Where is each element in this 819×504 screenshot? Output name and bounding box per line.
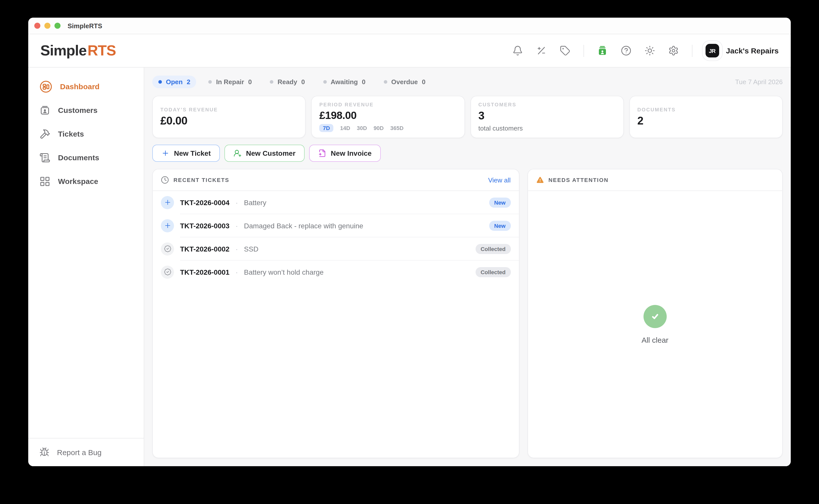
status-filter-open[interactable]: Open 2 — [152, 76, 196, 88]
dashboard-icon — [39, 80, 52, 93]
titlebar: SimpleRTS — [28, 18, 791, 34]
dashboard-panels: RECENT TICKETS View all TKT-2026-0004 · … — [152, 169, 783, 458]
period-option-7d[interactable]: 7D — [319, 124, 333, 132]
close-window-button[interactable] — [34, 23, 40, 29]
sidebar-item-label: Documents — [58, 153, 99, 162]
adjustments-plus-minus-icon[interactable] — [536, 45, 547, 56]
period-revenue-card: PERIOD REVENUE £198.00 7D 14D 30D 90D 36… — [311, 96, 465, 138]
separator: · — [235, 268, 238, 276]
header-divider — [692, 45, 692, 57]
period-option-90d[interactable]: 90D — [373, 125, 383, 131]
recent-tickets-panel: RECENT TICKETS View all TKT-2026-0004 · … — [152, 169, 519, 458]
ticket-row[interactable]: TKT-2026-0004 · Battery New — [153, 191, 519, 214]
ticket-collected-icon — [161, 265, 174, 278]
tag-icon[interactable] — [560, 45, 570, 56]
bug-icon — [39, 447, 49, 457]
status-filter-in-repair[interactable]: In Repair 0 — [202, 76, 258, 88]
status-count: 0 — [362, 78, 365, 86]
needs-attention-header: NEEDS ATTENTION — [528, 169, 782, 191]
recent-tickets-list: TKT-2026-0004 · Battery New TKT-2026-000… — [153, 191, 519, 458]
status-count: 2 — [187, 78, 190, 86]
ticket-description: SSD — [244, 245, 258, 253]
traffic-lights — [34, 23, 60, 29]
all-clear-label: All clear — [642, 335, 669, 344]
sidebar-item-workspace[interactable]: Workspace — [28, 169, 144, 193]
status-filter-awaiting[interactable]: Awaiting 0 — [317, 76, 371, 88]
status-filter-row: Open 2 In Repair 0 Ready 0 Awaiting 0 — [152, 75, 783, 89]
settings-gear-icon[interactable] — [668, 45, 679, 56]
zoom-window-button[interactable] — [54, 23, 60, 29]
logo-text-accent: RTS — [87, 42, 116, 59]
sidebar-item-documents[interactable]: Documents — [28, 146, 144, 169]
ticket-description: Battery won’t hold charge — [244, 268, 323, 276]
new-invoice-label: New Invoice — [331, 149, 372, 157]
ticket-collected-icon — [161, 242, 174, 255]
period-option-30d[interactable]: 30D — [357, 125, 367, 131]
dashboard-main: Open 2 In Repair 0 Ready 0 Awaiting 0 — [144, 68, 791, 466]
ticket-id: TKT-2026-0001 — [180, 268, 229, 276]
card-label: DOCUMENTS — [638, 107, 775, 112]
sidebar: Dashboard Customers Tickets Documents Wo… — [28, 68, 144, 466]
ticket-status-badge: Collected — [476, 244, 511, 254]
recent-tickets-title: RECENT TICKETS — [161, 176, 229, 184]
status-count: 0 — [301, 78, 305, 86]
panel-title-text: NEEDS ATTENTION — [549, 177, 609, 183]
ticket-row[interactable]: TKT-2026-0002 · SSD Collected — [153, 237, 519, 260]
status-filter-overdue[interactable]: Overdue 0 — [378, 76, 432, 88]
quick-actions: New Ticket New Customer New Invoice — [152, 145, 783, 162]
sidebar-item-dashboard[interactable]: Dashboard — [28, 75, 144, 98]
separator: · — [235, 245, 238, 253]
sidebar-item-label: Tickets — [58, 130, 84, 138]
status-count: 0 — [248, 78, 252, 86]
logo-text-primary: Simple — [40, 42, 86, 59]
header-actions: JR Jack's Repairs — [512, 44, 779, 57]
new-invoice-button[interactable]: New Invoice — [309, 145, 381, 162]
ticket-description: Battery — [244, 198, 266, 206]
minimize-window-button[interactable] — [44, 23, 50, 29]
hammer-icon — [39, 128, 50, 139]
app-header: Simple RTS — [28, 34, 791, 68]
account-menu[interactable]: JR Jack's Repairs — [705, 44, 779, 57]
avatar: JR — [705, 44, 719, 57]
stat-cards: TODAY’S REVENUE £0.00 PERIOD REVENUE £19… — [152, 96, 783, 138]
scroll-icon — [39, 152, 50, 163]
notifications-bell-icon[interactable] — [512, 45, 523, 56]
todays-revenue-value: £0.00 — [160, 114, 298, 127]
theme-sun-icon[interactable] — [644, 45, 655, 56]
needs-attention-body: All clear — [528, 191, 782, 458]
period-option-14d[interactable]: 14D — [340, 125, 350, 131]
documents-card: DOCUMENTS 2 — [629, 96, 783, 138]
status-dot — [323, 80, 326, 84]
new-customer-button[interactable]: New Customer — [224, 145, 304, 162]
screen: SimpleRTS Simple RTS — [0, 0, 819, 504]
new-ticket-button[interactable]: New Ticket — [152, 145, 220, 162]
sidebar-item-customers[interactable]: Customers — [28, 98, 144, 122]
all-clear-check-icon — [644, 305, 667, 328]
card-label: TODAY’S REVENUE — [160, 107, 298, 112]
contact-card-icon[interactable] — [597, 45, 608, 56]
ticket-id: TKT-2026-0002 — [180, 245, 229, 253]
period-selector: 7D 14D 30D 90D 365D — [319, 124, 457, 132]
panel-title-text: RECENT TICKETS — [173, 177, 229, 183]
report-bug-button[interactable]: Report a Bug — [28, 441, 144, 463]
ticket-row[interactable]: TKT-2026-0003 · Damaged Back - replace w… — [153, 214, 519, 237]
help-icon[interactable] — [621, 45, 631, 56]
period-option-365d[interactable]: 365D — [390, 125, 404, 131]
sidebar-item-tickets[interactable]: Tickets — [28, 122, 144, 146]
app-window: SimpleRTS Simple RTS — [28, 18, 791, 466]
ticket-status-badge: New — [489, 221, 511, 231]
clock-icon — [161, 176, 169, 184]
separator: · — [235, 222, 238, 230]
status-label: Awaiting — [330, 78, 358, 86]
header-divider — [583, 45, 584, 57]
ticket-row[interactable]: TKT-2026-0001 · Battery won’t hold charg… — [153, 261, 519, 283]
ticket-status-badge: New — [489, 197, 511, 207]
status-dot — [158, 80, 162, 84]
ticket-new-icon — [161, 219, 174, 232]
status-filter-ready[interactable]: Ready 0 — [264, 76, 311, 88]
ticket-id: TKT-2026-0003 — [180, 222, 229, 230]
app-logo: Simple RTS — [40, 42, 116, 59]
grid-icon — [39, 176, 50, 187]
view-all-link[interactable]: View all — [488, 176, 511, 184]
warning-triangle-icon — [536, 176, 544, 184]
